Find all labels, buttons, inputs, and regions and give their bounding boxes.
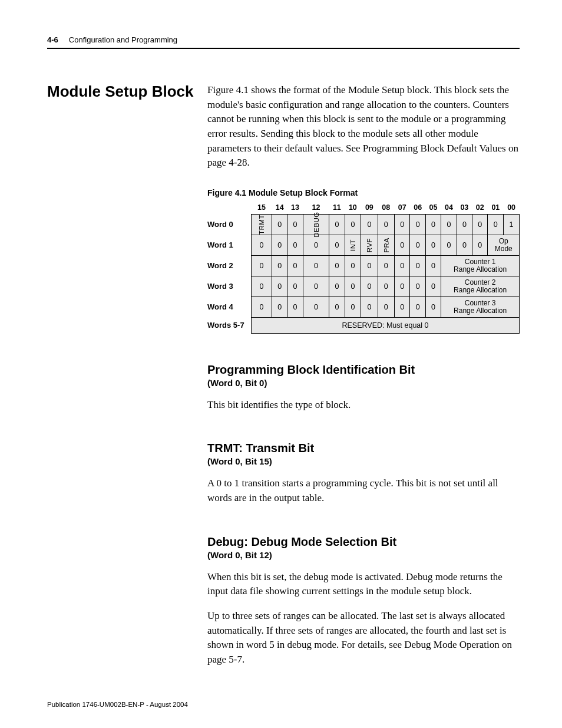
module-setup-table: 15 14 13 12 11 10 09 08 07 06 05 04 03 0… — [207, 203, 520, 334]
section-subheading: (Word 0, Bit 15) — [207, 456, 520, 466]
cell-pra: PRA — [382, 238, 389, 252]
bit-col: 02 — [472, 203, 488, 215]
cell: 0 — [441, 235, 457, 255]
cell: 0 — [252, 297, 272, 317]
section-heading: Debug: Debug Mode Selection Bit — [207, 535, 520, 549]
cell: 0 — [303, 255, 329, 276]
figure-caption: Figure 4.1 Module Setup Block Format — [207, 188, 520, 197]
running-header: 4-6 Configuration and Programming — [47, 35, 520, 49]
cell: 0 — [361, 255, 378, 276]
cell: 0 — [425, 255, 441, 276]
bit-col: 10 — [345, 203, 361, 215]
cell: 0 — [378, 297, 395, 317]
intro-paragraph: Figure 4.1 shows the format of the Modul… — [207, 83, 520, 170]
cell: 0 — [329, 255, 345, 276]
cell-int: INT — [349, 239, 356, 251]
cell: 0 — [395, 255, 410, 276]
cell: 0 — [410, 235, 425, 255]
cell-counter3-range: Counter 3Range Allocation — [441, 297, 520, 317]
cell-rvf: RVF — [366, 238, 373, 252]
cell-debug: DEBUG — [312, 212, 319, 237]
section-title: Configuration and Programming — [69, 35, 177, 44]
cell: 0 — [287, 276, 303, 297]
cell: 0 — [410, 214, 425, 235]
cell: 0 — [287, 214, 303, 235]
cell-op-mode: OpMode — [488, 235, 520, 255]
cell: 0 — [272, 235, 287, 255]
cell: 0 — [303, 276, 329, 297]
bit-col: 00 — [504, 203, 520, 215]
cell: 0 — [410, 276, 425, 297]
cell: 0 — [378, 214, 395, 235]
cell: 0 — [287, 255, 303, 276]
publication-footer: Publication 1746-UM002B-EN-P - August 20… — [47, 701, 188, 708]
cell: 1 — [504, 214, 520, 235]
cell: 0 — [272, 297, 287, 317]
section-body: A 0 to 1 transition starts a programming… — [207, 476, 520, 505]
bit-col: 09 — [361, 203, 378, 215]
section-body: Up to three sets of ranges can be alloca… — [207, 609, 520, 667]
section-heading: TRMT: Transmit Bit — [207, 442, 520, 455]
cell: 0 — [472, 214, 488, 235]
section-heading: Programming Block Identification Bit — [207, 363, 520, 377]
cell: 0 — [361, 297, 378, 317]
table-row: Word 4 0 0 0 0 0 0 0 0 0 0 0 Counter 3Ra… — [207, 297, 520, 317]
bit-col: 05 — [425, 203, 441, 215]
cell: 0 — [457, 214, 472, 235]
cell: 0 — [378, 276, 395, 297]
cell-trmt: TRMT — [258, 215, 265, 235]
cell-counter2-range: Counter 2Range Allocation — [441, 276, 520, 297]
cell: 0 — [488, 214, 504, 235]
bit-col: 15 — [252, 203, 272, 215]
cell: 0 — [361, 276, 378, 297]
cell: 0 — [457, 235, 472, 255]
cell: 0 — [272, 255, 287, 276]
cell: 0 — [329, 214, 345, 235]
bit-col: 04 — [441, 203, 457, 215]
cell: 0 — [272, 214, 287, 235]
row-label: Word 4 — [207, 297, 252, 317]
bit-col: 03 — [457, 203, 472, 215]
table-row: Word 0 TRMT 0 0 DEBUG 0 0 0 0 0 0 0 0 0 — [207, 214, 520, 235]
cell: 0 — [329, 235, 345, 255]
cell: 0 — [252, 235, 272, 255]
section-subheading: (Word 0, Bit 12) — [207, 550, 520, 560]
cell: 0 — [329, 276, 345, 297]
section-body: This bit identifies the type of block. — [207, 398, 520, 413]
cell: 0 — [287, 235, 303, 255]
cell: 0 — [303, 297, 329, 317]
section-body: When this bit is set, the debug mode is … — [207, 570, 520, 599]
cell: 0 — [329, 297, 345, 317]
table-row: Words 5-7 RESERVED: Must equal 0 — [207, 317, 520, 333]
bit-col: 08 — [378, 203, 395, 215]
cell: 0 — [303, 235, 329, 255]
row-label: Words 5-7 — [207, 317, 252, 333]
row-label: Word 1 — [207, 235, 252, 255]
page-number: 4-6 — [47, 35, 58, 44]
bit-col: 07 — [395, 203, 410, 215]
row-label: Word 2 — [207, 255, 252, 276]
table-row: Word 1 0 0 0 0 0 INT RVF PRA 0 0 0 0 0 — [207, 235, 520, 255]
cell: 0 — [395, 214, 410, 235]
section-subheading: (Word 0, Bit 0) — [207, 378, 520, 388]
table-row: Word 2 0 0 0 0 0 0 0 0 0 0 0 Counter 1Ra… — [207, 255, 520, 276]
row-label: Word 3 — [207, 276, 252, 297]
cell: 0 — [410, 255, 425, 276]
cell: 0 — [378, 255, 395, 276]
cell: 0 — [472, 235, 488, 255]
cell: 0 — [410, 297, 425, 317]
cell: 0 — [441, 214, 457, 235]
bit-col: 14 — [272, 203, 287, 215]
cell: 0 — [425, 235, 441, 255]
cell: 0 — [287, 297, 303, 317]
row-label: Word 0 — [207, 214, 252, 235]
cell: 0 — [345, 214, 361, 235]
cell: 0 — [252, 255, 272, 276]
table-row: Word 3 0 0 0 0 0 0 0 0 0 0 0 Counter 2Ra… — [207, 276, 520, 297]
cell-reserved: RESERVED: Must equal 0 — [252, 317, 520, 333]
cell: 0 — [425, 214, 441, 235]
bit-col: 01 — [488, 203, 504, 215]
cell: 0 — [345, 255, 361, 276]
cell: 0 — [395, 235, 410, 255]
cell: 0 — [272, 276, 287, 297]
